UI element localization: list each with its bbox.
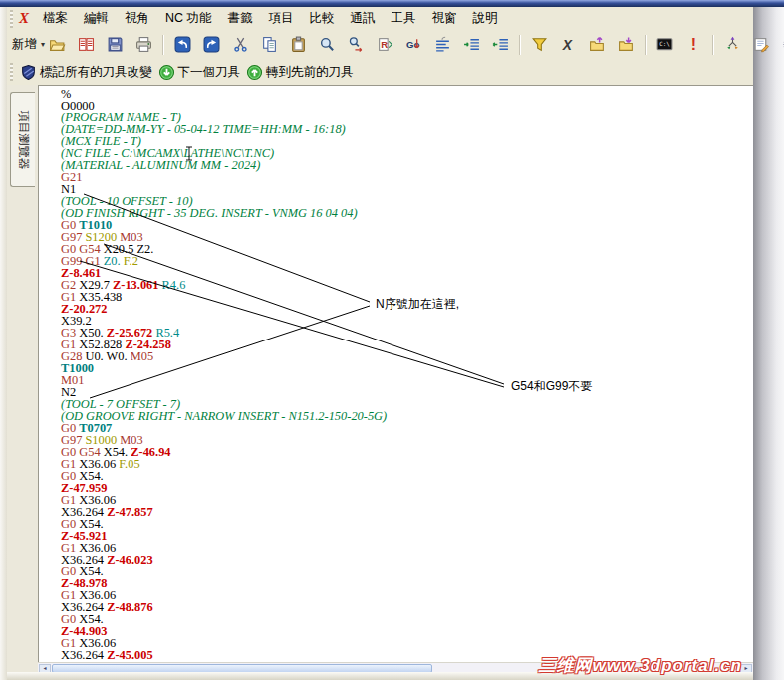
code-line: G0 X54. [61,566,387,577]
find-button[interactable] [313,33,342,57]
indent-icon [463,36,480,53]
code-line: G0 X54. [61,470,387,482]
erase-back-button[interactable] [776,33,784,57]
new-button[interactable]: 新增▾ [14,33,43,57]
filter-button[interactable] [525,33,554,57]
nc-code-editor[interactable]: %O0000(PROGRAM NAME - T)(DATE=DD-MM-YY -… [38,85,753,663]
compare-files-icon [78,36,95,53]
open-button[interactable] [43,33,72,57]
flow-button[interactable] [718,33,747,57]
redo-arrow-icon [203,36,220,53]
menu-item-6[interactable]: 比較 [302,8,343,29]
dos-window-button[interactable]: C:\ [651,33,679,57]
code-line: G28 U0. W0. M05 [61,350,387,362]
svg-text:X: X [562,37,573,53]
menu-item-10[interactable]: 說明 [465,8,506,29]
window-right-border [753,7,784,680]
redo-button[interactable] [197,33,226,57]
mark-all-tool-changes-button-label: 標記所有的刀具改變 [40,64,152,81]
form-pencil-icon [753,36,770,53]
find-next-button[interactable] [342,33,371,57]
compare-button[interactable] [72,33,101,57]
watermark: 三维网www.3dportal.cn [539,654,742,677]
copy-pages-icon [261,36,278,53]
menu-bar: X 檔案編輯視角NC 功能書籤項目比較通訊工具視窗說明 [7,7,753,30]
machine-setup-button[interactable] [747,33,776,57]
left-tab-strip: 項目瀏覽器 [7,85,38,672]
folder-export-icon [589,36,606,53]
code-line: % [61,88,387,100]
menu-item-7[interactable]: 通訊 [343,8,384,29]
clipboard-icon [290,36,307,53]
print-button[interactable] [130,33,158,57]
branch-arrows-icon [724,36,741,53]
code-line: (MATERIAL - ALUMINUM MM - 2024) [61,159,387,171]
code-line: Z-20.272 [61,303,387,315]
replace-button[interactable]: R [371,33,399,57]
code-line: X36.264 Z-46.023 [61,554,387,566]
menu-item-9[interactable]: 視窗 [424,8,465,29]
ibeam-cursor-icon [185,146,194,161]
app-window: X 檔案編輯視角NC 功能書籤項目比較通訊工具視窗說明 新增▾RGoXC:\! … [0,0,784,680]
magnifier-next-icon [348,36,365,53]
nc-functions-button[interactable]: X [554,33,583,57]
svg-text:!: ! [691,36,696,53]
magnifier-icon [319,36,336,53]
copy-button[interactable] [255,33,284,57]
menu-item-3[interactable]: NC 功能 [157,8,220,29]
shield-icon [20,64,37,81]
indent-button[interactable] [457,33,486,57]
mark-all-tool-changes-button[interactable]: 標記所有的刀具改變 [17,60,155,84]
printer-icon [135,36,152,53]
undo-button[interactable] [168,33,197,57]
menu-item-8[interactable]: 工具 [384,8,424,29]
menu-item-0[interactable]: 檔案 [35,8,76,29]
menu-item-1[interactable]: 編輯 [76,8,117,29]
project-browser-tab-label: 項目瀏覽器 [15,110,32,169]
code-line: X36.264 Z-45.005 [61,649,387,661]
prev-tool-button-label: 轉到先前的刀具 [266,64,354,81]
app-logo-x-icon: X [19,10,29,27]
folder-import-icon [618,36,635,53]
file-import-button[interactable] [612,33,641,57]
toolbar-grip[interactable] [10,63,13,81]
code-line: M01 [61,374,387,386]
cut-button[interactable] [226,33,255,57]
code-line: X36.264 Z-48.876 [61,601,387,613]
tool-change-toolbar: 標記所有的刀具改變下一個刀具轉到先前的刀具 [7,59,753,86]
svg-text:C:\: C:\ [659,41,670,47]
scissors-icon [232,36,249,53]
paste-button[interactable] [284,33,313,57]
svg-text:Go: Go [406,39,419,50]
toolbar-separator [519,35,521,55]
toolbar-separator [162,35,164,55]
new-button-label: 新增 [12,36,37,53]
save-floppy-icon [107,36,124,53]
next-tool-button[interactable]: 下一個刀具 [155,60,244,84]
menu-item-4[interactable]: 書籤 [220,8,261,29]
menu-item-2[interactable]: 視角 [117,8,157,29]
code-line: X36.264 Z-47.857 [61,506,387,518]
annotation-label-0: N序號加在這裡, [376,296,459,313]
align-button[interactable] [428,33,457,57]
goto-button[interactable]: Go [399,33,428,57]
undo-arrow-icon [174,36,191,53]
code-line: G1 X35.438 [61,291,387,303]
save-button[interactable] [101,33,130,57]
syntax-check-button[interactable]: ! [679,33,708,57]
toolbar-separator [645,35,647,55]
nc-code-text: %O0000(PROGRAM NAME - T)(DATE=DD-MM-YY -… [61,88,387,661]
file-export-button[interactable] [583,33,612,57]
code-line: G0 X54. [61,613,387,625]
window-left-border [0,7,7,680]
prev-tool-button[interactable]: 轉到先前的刀具 [243,60,357,84]
funnel-icon [531,36,548,53]
menubar-grip[interactable] [10,10,13,28]
code-line: G0 X54. [61,518,387,530]
project-browser-tab[interactable]: 項目瀏覽器 [10,92,35,187]
menu-item-5[interactable]: 項目 [261,8,302,29]
main-area: 項目瀏覽器 %O0000(PROGRAM NAME - T)(DATE=DD-M… [7,85,753,672]
titlebar-edge [0,0,784,7]
code-line: G21 [61,171,387,183]
unindent-button[interactable] [486,33,515,57]
